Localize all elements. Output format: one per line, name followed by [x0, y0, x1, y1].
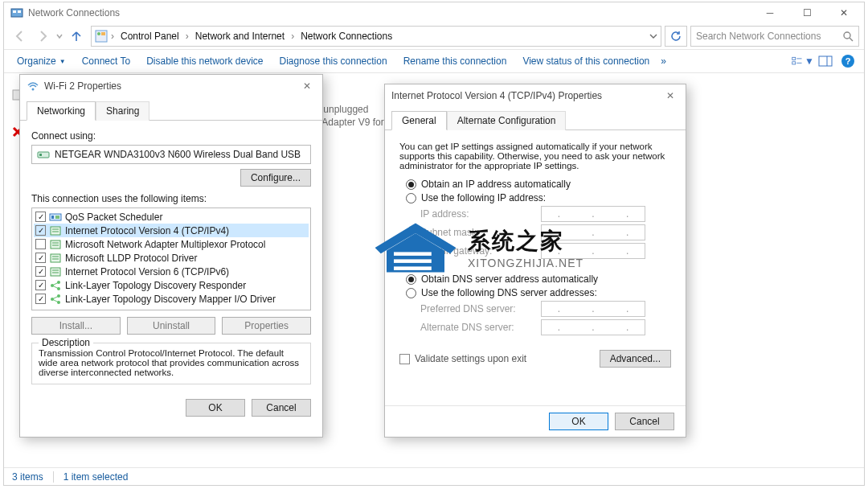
svg-line-44 [52, 299, 59, 302]
list-item[interactable]: Microsoft LLDP Protocol Driver [34, 251, 309, 265]
validate-checkbox[interactable] [399, 354, 410, 364]
tab-alternate-config[interactable]: Alternate Configuration [447, 111, 567, 130]
more-commands-chevron[interactable]: » [657, 55, 669, 67]
maximize-button[interactable]: ☐ [788, 2, 825, 23]
connect-to-button[interactable]: Connect To [74, 52, 139, 70]
breadcrumb-sep: › [111, 31, 114, 42]
item-label: Microsoft LLDP Protocol Driver [65, 253, 198, 264]
checkbox[interactable] [35, 253, 46, 263]
address-dropdown-icon[interactable] [649, 32, 657, 40]
svg-rect-8 [792, 57, 796, 60]
diagnose-button[interactable]: Diagnose this connection [272, 52, 395, 70]
radio-obtain-dns[interactable]: Obtain DNS server address automatically [406, 273, 671, 285]
protocol-icon [49, 252, 62, 265]
radio-icon [406, 193, 416, 203]
rename-button[interactable]: Rename this connection [395, 52, 515, 70]
title-bar[interactable]: Network Connections ─ ☐ ✕ [4, 2, 864, 23]
view-options-button[interactable]: ▼ [792, 52, 814, 70]
checkbox[interactable] [35, 239, 46, 249]
alt-dns-input[interactable]: ... [541, 319, 645, 335]
validate-label: Validate settings upon exit [415, 353, 526, 364]
dialog-title: Wi-Fi 2 Properties [44, 80, 295, 92]
radio-use-ip[interactable]: Use the following IP address: [406, 192, 671, 203]
svg-rect-22 [55, 216, 59, 219]
adapter-field[interactable]: NETGEAR WNDA3100v3 N600 Wireless Dual Ba… [31, 145, 311, 164]
disable-device-button[interactable]: Disable this network device [138, 52, 271, 70]
ip-address-row: IP address:... [420, 206, 671, 222]
forward-button[interactable] [31, 27, 54, 46]
list-item[interactable]: Internet Protocol Version 6 (TCP/IPv6) [34, 265, 309, 278]
item-label: Link-Layer Topology Discovery Responder [65, 280, 246, 291]
gateway-row: Default gateway:... [420, 243, 671, 259]
ok-button[interactable]: OK [186, 399, 245, 417]
up-button[interactable] [65, 27, 88, 46]
status-selected: 1 item selected [63, 471, 129, 483]
cancel-button[interactable]: Cancel [252, 399, 311, 417]
address-box[interactable]: › Control Panel › Network and Internet ›… [91, 26, 661, 47]
network-adapter-icon [37, 148, 50, 161]
radio-obtain-ip[interactable]: Obtain an IP address automatically [406, 179, 671, 190]
search-box[interactable]: Search Network Connections [690, 26, 859, 47]
breadcrumb-3[interactable]: Network Connections [297, 29, 395, 43]
description-group: Description Transmission Control Protoco… [31, 343, 311, 384]
status-items: 3 items [12, 471, 43, 483]
checkbox[interactable] [35, 280, 46, 290]
items-listbox[interactable]: QoS Packet SchedulerInternet Protocol Ve… [31, 208, 311, 310]
uninstall-button[interactable]: Uninstall [127, 317, 216, 335]
list-item[interactable]: Link-Layer Topology Discovery Mapper I/O… [34, 292, 309, 306]
gateway-input[interactable]: ... [541, 243, 645, 259]
history-dropdown[interactable] [54, 27, 65, 46]
checkbox[interactable] [35, 225, 46, 236]
checkbox[interactable] [35, 266, 46, 277]
subnet-mask-row: Subnet mask:... [420, 224, 671, 240]
ok-button[interactable]: OK [549, 413, 608, 430]
dialog-close-button[interactable]: ✕ [295, 77, 319, 95]
search-placeholder: Search Network Connections [696, 31, 821, 42]
breadcrumb-1[interactable]: Control Panel [117, 29, 182, 43]
item-label: QoS Packet Scheduler [65, 212, 162, 223]
close-button[interactable]: ✕ [825, 2, 862, 23]
svg-rect-19 [39, 154, 42, 156]
pref-dns-input[interactable]: ... [541, 301, 645, 317]
protocol-icon [49, 224, 62, 237]
adapter-name: NETGEAR WNDA3100v3 N600 Wireless Dual Ba… [55, 149, 301, 160]
checkbox[interactable] [35, 212, 46, 222]
properties-button[interactable]: Properties [222, 317, 311, 335]
wifi-properties-dialog: Wi-Fi 2 Properties ✕ Networking Sharing … [19, 74, 323, 438]
address-bar-row: › Control Panel › Network and Internet ›… [4, 23, 864, 49]
svg-point-17 [32, 88, 35, 91]
help-button[interactable]: ? [837, 52, 859, 70]
advanced-button[interactable]: Advanced... [600, 350, 671, 368]
tab-networking[interactable]: Networking [27, 101, 96, 121]
list-item[interactable]: Link-Layer Topology Discovery Responder [34, 278, 309, 292]
preview-pane-button[interactable] [814, 52, 837, 70]
tab-sharing[interactable]: Sharing [96, 101, 149, 121]
list-item[interactable]: Internet Protocol Version 4 (TCP/IPv4) [34, 224, 309, 237]
install-button[interactable]: Install... [31, 317, 121, 335]
radio-use-dns[interactable]: Use the following DNS server addresses: [406, 287, 671, 298]
cancel-button[interactable]: Cancel [615, 413, 674, 430]
dialog-title-bar[interactable]: Internet Protocol Version 4 (TCP/IPv4) P… [385, 84, 686, 107]
tab-general[interactable]: General [391, 111, 447, 130]
list-item[interactable]: Microsoft Network Adapter Multiplexor Pr… [34, 237, 309, 251]
refresh-button[interactable] [665, 26, 687, 47]
ip-address-input[interactable]: ... [541, 206, 645, 222]
checkbox[interactable] [35, 294, 46, 304]
svg-line-39 [52, 286, 59, 289]
svg-rect-29 [51, 254, 60, 262]
back-button[interactable] [9, 27, 31, 46]
radio-icon [406, 288, 416, 298]
organize-menu[interactable]: Organize▼ [9, 52, 74, 70]
dialog-close-button[interactable]: ✕ [658, 87, 682, 105]
svg-point-6 [844, 32, 850, 39]
configure-button[interactable]: Configure... [240, 169, 311, 187]
intro-text: You can get IP settings assigned automat… [399, 142, 671, 171]
list-item[interactable]: QoS Packet Scheduler [34, 210, 309, 224]
subnet-mask-input[interactable]: ... [541, 224, 645, 240]
breadcrumb-2[interactable]: Network and Internet [192, 29, 288, 43]
dialog-title-bar[interactable]: Wi-Fi 2 Properties ✕ [20, 75, 322, 97]
item-label: Microsoft Network Adapter Multiplexor Pr… [65, 239, 265, 250]
minimize-button[interactable]: ─ [751, 2, 788, 23]
description-legend: Description [39, 337, 93, 348]
view-status-button[interactable]: View status of this connection [514, 52, 657, 70]
